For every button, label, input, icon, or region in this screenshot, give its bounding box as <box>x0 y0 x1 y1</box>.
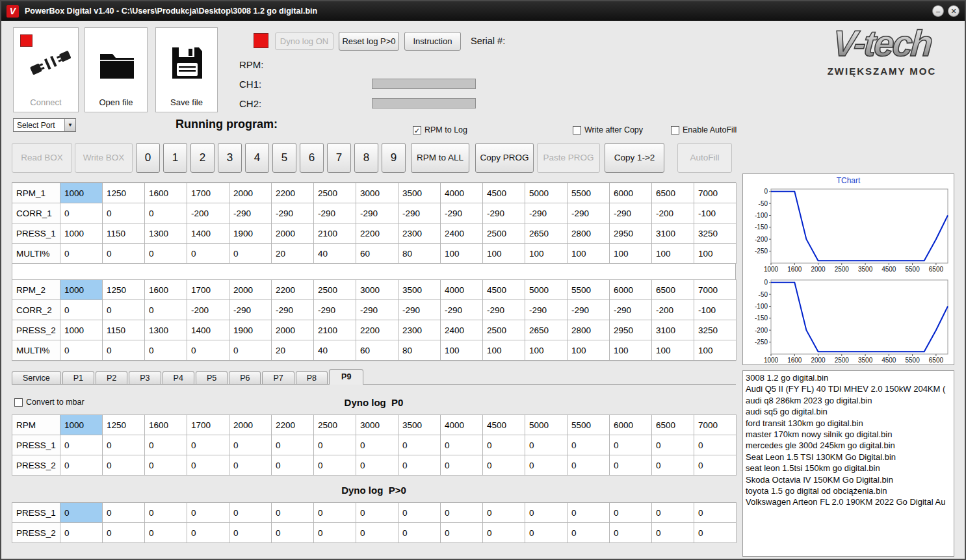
grid-cell[interactable]: 0 <box>441 435 483 455</box>
grid-cell[interactable]: -290 <box>272 203 314 223</box>
digit-button-5[interactable]: 5 <box>272 143 296 173</box>
grid-cell[interactable]: 6000 <box>610 280 652 300</box>
grid-cell[interactable]: 5000 <box>525 183 568 203</box>
grid-cell[interactable]: -290 <box>610 203 652 223</box>
grid-cell[interactable]: -100 <box>694 203 737 223</box>
grid-cell[interactable]: 0 <box>356 503 398 523</box>
grid-cell[interactable]: 0 <box>483 523 525 543</box>
grid-cell[interactable]: 0 <box>610 523 652 543</box>
chevron-down-icon[interactable]: ▼ <box>64 119 75 131</box>
grid-cell[interactable]: 3000 <box>356 183 398 203</box>
grid-cell[interactable]: 100 <box>483 244 525 264</box>
grid-cell[interactable]: 1400 <box>187 223 229 244</box>
grid-cell[interactable]: 2300 <box>398 223 441 244</box>
grid-cell[interactable]: 1000 <box>60 183 103 203</box>
tab-p4[interactable]: P4 <box>163 371 194 385</box>
grid-cell[interactable]: 100 <box>441 244 483 264</box>
grid-cell[interactable]: 2200 <box>272 183 314 203</box>
grid-cell[interactable]: 1900 <box>229 320 272 340</box>
instruction-button[interactable]: Instruction <box>404 32 461 51</box>
grid-cell[interactable]: 0 <box>525 435 568 455</box>
grid-cell[interactable]: 3000 <box>356 280 398 300</box>
file-list-item[interactable]: ford transit 130km go digital.bin <box>743 418 954 429</box>
grid-cell[interactable]: 0 <box>314 503 356 523</box>
tab-p5[interactable]: P5 <box>196 371 228 385</box>
grid-cell[interactable]: 100 <box>525 244 568 264</box>
grid-cell[interactable]: 2500 <box>314 183 356 203</box>
grid-cell[interactable]: 2500 <box>483 320 525 340</box>
grid-cell[interactable]: 0 <box>145 203 187 223</box>
grid-cell[interactable]: 2200 <box>272 415 314 435</box>
grid-cell[interactable]: 0 <box>145 455 187 476</box>
grid-cell[interactable]: 2100 <box>314 320 356 340</box>
grid-cell[interactable]: 5500 <box>568 280 610 300</box>
grid-cell[interactable]: 0 <box>229 523 272 543</box>
grid-cell[interactable]: -290 <box>398 300 441 320</box>
grid-cell[interactable]: 4000 <box>441 183 483 203</box>
grid-cell[interactable]: 1250 <box>103 415 145 435</box>
grid-cell[interactable]: -290 <box>398 203 441 223</box>
grid-cell[interactable]: 1150 <box>103 320 145 340</box>
grid-cell[interactable]: -290 <box>525 300 568 320</box>
grid-cell[interactable]: 0 <box>568 503 610 523</box>
grid-cell[interactable]: 2500 <box>314 415 356 435</box>
file-list-item[interactable]: Skoda Octavia IV 150KM Go Digital.bin <box>743 474 954 485</box>
grid-cell[interactable]: 0 <box>103 455 145 476</box>
grid-cell[interactable]: 0 <box>187 503 229 523</box>
grid-cell[interactable]: 0 <box>103 523 145 543</box>
grid-cell[interactable]: 3500 <box>398 183 441 203</box>
grid-cell[interactable]: -100 <box>694 300 737 320</box>
grid-cell[interactable]: 0 <box>187 244 229 264</box>
grid-cell[interactable]: -290 <box>272 300 314 320</box>
rpm-to-all-button[interactable]: RPM to ALL <box>411 143 469 173</box>
grid-cell[interactable]: 0 <box>314 435 356 455</box>
grid-cell[interactable]: 2300 <box>398 320 441 340</box>
grid-cell[interactable]: 0 <box>356 455 398 476</box>
grid-cell[interactable]: 0 <box>60 523 103 543</box>
grid-cell[interactable]: 1300 <box>145 223 187 244</box>
digit-button-2[interactable]: 2 <box>190 143 215 173</box>
grid-cell[interactable]: 100 <box>652 244 694 264</box>
grid-cell[interactable]: 100 <box>568 340 610 361</box>
grid-cell[interactable]: -290 <box>525 203 568 223</box>
grid-cell[interactable]: 0 <box>229 503 272 523</box>
grid-cell[interactable]: 3500 <box>398 280 441 300</box>
grid-cell[interactable]: 0 <box>694 455 737 476</box>
checkbox-rpm-to-log[interactable]: ✓ RPM to Log <box>413 125 467 134</box>
grid-cell[interactable]: 0 <box>314 523 356 543</box>
grid-cell[interactable]: -290 <box>356 203 398 223</box>
grid-cell[interactable]: 0 <box>60 244 103 264</box>
grid-cell[interactable]: 40 <box>314 340 356 361</box>
grid-cell[interactable]: 0 <box>568 455 610 476</box>
grid-cell[interactable]: 0 <box>145 435 187 455</box>
grid-cell[interactable]: 3250 <box>694 320 737 340</box>
digit-button-7[interactable]: 7 <box>327 143 351 173</box>
grid-cell[interactable]: 100 <box>610 244 652 264</box>
grid-cell[interactable]: 0 <box>398 503 441 523</box>
grid-cell[interactable]: 2650 <box>525 223 568 244</box>
grid-cell[interactable]: 2950 <box>610 320 652 340</box>
grid-cell[interactable]: 3100 <box>652 223 694 244</box>
grid-cell[interactable]: 7000 <box>694 280 737 300</box>
grid-cell[interactable]: 0 <box>60 300 103 320</box>
grid-cell[interactable]: 0 <box>272 435 314 455</box>
grid-cell[interactable]: 100 <box>568 244 610 264</box>
grid-cell[interactable]: 6500 <box>652 415 694 435</box>
digit-button-3[interactable]: 3 <box>218 143 242 173</box>
grid-cell[interactable]: 5000 <box>525 280 568 300</box>
grid-cell[interactable]: 0 <box>60 503 103 523</box>
dyno-log-on-button[interactable]: Dyno log ON <box>275 32 333 50</box>
grid-cell[interactable]: 0 <box>229 244 272 264</box>
grid-cell[interactable]: 0 <box>187 455 229 476</box>
file-list-item[interactable]: master 170km nowy silnik go digital.bin <box>743 429 954 440</box>
grid-cell[interactable]: 0 <box>694 503 737 523</box>
tab-p1[interactable]: P1 <box>62 371 94 385</box>
file-list-item[interactable]: seat leon 1.5tsi 150km go digital.bin <box>743 463 954 474</box>
grid-cell[interactable]: 60 <box>356 340 398 361</box>
grid-cell[interactable]: 4000 <box>441 415 483 435</box>
grid-cell[interactable]: 5500 <box>568 183 610 203</box>
grid-cell[interactable]: -290 <box>441 203 483 223</box>
grid-cell[interactable]: -290 <box>229 300 272 320</box>
grid-cell[interactable]: 0 <box>103 300 145 320</box>
tab-p8[interactable]: P8 <box>296 371 328 385</box>
